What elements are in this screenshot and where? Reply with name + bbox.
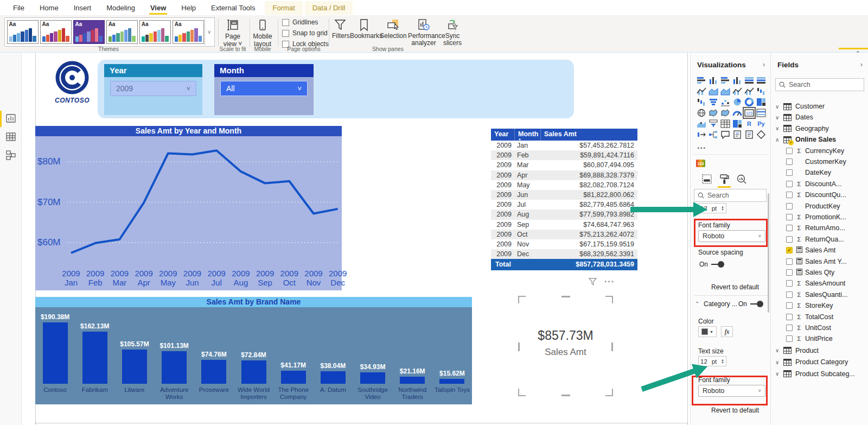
field-item-productkey[interactable]: ProductKey xyxy=(771,201,868,212)
format-pane-scrollbar[interactable] xyxy=(768,193,769,313)
chevron-up-icon[interactable]: ∧ xyxy=(775,137,783,143)
waterfall-chart-icon[interactable] xyxy=(695,97,707,107)
card-icon[interactable]: 123 xyxy=(743,107,755,118)
ribbon-chart-icon[interactable] xyxy=(755,86,767,97)
resize-handle-s[interactable] xyxy=(561,395,570,396)
map-icon[interactable] xyxy=(695,107,707,118)
treemap-icon[interactable] xyxy=(755,97,767,107)
sync-slicers-button[interactable]: Sync slicers xyxy=(441,18,464,47)
stepper-arrows-icon[interactable]: ▲▼ xyxy=(721,359,724,364)
resize-handle-se[interactable] xyxy=(605,389,613,396)
filter-funnel-icon[interactable] xyxy=(589,278,597,286)
field-item-datekey[interactable]: DateKey xyxy=(771,167,868,178)
matrix-icon[interactable] xyxy=(731,118,743,129)
field-item-currencykey[interactable]: ΣCurrencyKey xyxy=(771,145,868,156)
scatter-chart-icon[interactable] xyxy=(719,97,731,107)
mobile-layout-button[interactable]: Mobile layout xyxy=(251,18,274,48)
chevron-down-icon[interactable]: ∨ xyxy=(775,371,783,377)
line-stacked-column-chart-icon[interactable] xyxy=(731,86,743,97)
collapse-visualizations-pane-icon[interactable]: › xyxy=(763,61,765,68)
field-checkbox[interactable] xyxy=(786,258,793,265)
field-checkbox[interactable] xyxy=(786,335,793,342)
clustered-bar-chart-icon[interactable] xyxy=(719,75,731,86)
bar-southridge-video[interactable] xyxy=(360,372,385,384)
theme-thumbnail-3[interactable]: Aa xyxy=(73,20,105,44)
source-spacing-toggle[interactable]: On xyxy=(699,261,723,268)
font-size-stepper[interactable]: 12 pt ▲▼ xyxy=(698,203,726,213)
python-script-icon[interactable]: Py xyxy=(755,118,767,129)
shape-map-icon[interactable] xyxy=(719,107,731,118)
field-item-storekey[interactable]: ΣStoreKey xyxy=(771,300,868,311)
selection-button[interactable]: Selection xyxy=(380,18,407,40)
table-column-header-sales-amt[interactable]: Sales Amt xyxy=(541,129,637,141)
ribbon-tab-modeling[interactable]: Modeling xyxy=(99,1,143,15)
bar-chart-visual[interactable]: Sales Amt by Brand Name $190.38MContoso$… xyxy=(35,297,472,404)
stepper-arrows-icon[interactable]: ▲▼ xyxy=(721,206,724,211)
field-checkbox[interactable] xyxy=(786,225,793,231)
collapse-fields-pane-icon[interactable]: › xyxy=(860,61,863,68)
chevron-down-icon[interactable]: ∨ xyxy=(775,104,783,110)
month-slicer-dropdown[interactable]: All˅ xyxy=(220,81,308,96)
report-view-icon[interactable] xyxy=(5,113,17,125)
theme-thumbnail-6[interactable]: Aa xyxy=(173,20,204,44)
checkbox-snap-to-grid[interactable]: Snap to grid xyxy=(282,29,328,37)
field-checkbox[interactable] xyxy=(786,203,793,210)
stacked-column-100-chart-icon[interactable] xyxy=(755,75,767,86)
pie-chart-icon[interactable] xyxy=(731,97,743,107)
field-item-sales-amt-y-[interactable]: Sales Amt Y... xyxy=(771,256,868,267)
field-checkbox[interactable] xyxy=(786,302,793,309)
line-chart-visual[interactable]: Sales Amt by Year and Month $60M$70M$80M… xyxy=(35,126,342,290)
ribbon-tab-format[interactable]: Format xyxy=(265,1,302,15)
field-checkbox[interactable] xyxy=(786,148,793,154)
checkbox-box[interactable] xyxy=(282,19,289,26)
field-checkbox[interactable] xyxy=(786,236,793,243)
multi-row-card-icon[interactable] xyxy=(755,107,767,118)
field-checkbox-checked[interactable] xyxy=(786,247,793,253)
font-family-dropdown[interactable]: Roboto ˅ xyxy=(698,230,765,242)
field-item-totalcost[interactable]: ΣTotalCost xyxy=(771,312,868,322)
ellipsis-icon[interactable]: ··· xyxy=(604,277,615,287)
field-checkbox[interactable] xyxy=(786,325,793,331)
color-picker-dropdown[interactable]: ▼ xyxy=(698,326,717,337)
card-visual-selected[interactable]: $857.73M Sales Amt xyxy=(518,296,613,396)
format-search-box[interactable]: Search xyxy=(694,189,767,202)
field-item-salesamount[interactable]: ΣSalesAmount xyxy=(771,278,868,289)
field-item-returnqua-[interactable]: ΣReturnQua... xyxy=(771,234,868,245)
filled-map-icon[interactable] xyxy=(707,107,719,118)
resize-handle-sw[interactable] xyxy=(518,389,526,396)
bar-proseware[interactable] xyxy=(201,360,226,384)
theme-thumbnail-5[interactable]: Aa xyxy=(139,20,171,44)
line-chart-icon[interactable] xyxy=(695,86,707,97)
ribbon-tab-home[interactable]: Home xyxy=(32,1,66,15)
field-item-discounta-[interactable]: ΣDiscountA... xyxy=(771,179,868,189)
paginated-report-icon[interactable] xyxy=(743,129,755,140)
stacked-column-chart-icon[interactable] xyxy=(707,75,719,86)
smart-narrative-icon[interactable] xyxy=(731,129,743,140)
fields-table-geography[interactable]: ∨Geography xyxy=(771,123,868,134)
theme-thumbnail-4[interactable]: Aa xyxy=(106,20,138,44)
arcgis-map-icon[interactable] xyxy=(755,129,767,140)
theme-thumbnail-1[interactable]: Aa xyxy=(7,20,39,44)
bar-adventure-works[interactable] xyxy=(162,351,187,384)
format-tab[interactable] xyxy=(718,174,731,186)
bar-the-phone-company[interactable] xyxy=(281,371,306,384)
checkbox-gridlines[interactable]: Gridlines xyxy=(282,18,318,26)
ribbon-tab-data-drill[interactable]: Data / Drill xyxy=(305,1,353,15)
clustered-column-chart-icon[interactable] xyxy=(731,75,743,86)
field-item-returnamo-[interactable]: ΣReturnAmo... xyxy=(771,223,868,233)
fields-table-dates[interactable]: ∨Dates xyxy=(771,112,868,123)
font-family-dropdown-2[interactable]: Roboto ˅ xyxy=(698,385,765,397)
field-checkbox[interactable] xyxy=(786,192,793,198)
gauge-icon[interactable] xyxy=(731,107,743,118)
field-item-sales-qty[interactable]: Sales Qty xyxy=(771,267,868,278)
theme-thumbnail-2[interactable]: Aa xyxy=(40,20,72,44)
performance-analyzer-button[interactable]: Performance analyzer xyxy=(408,18,439,47)
ribbon-tab-insert[interactable]: Insert xyxy=(66,1,99,15)
field-item-salesquanti-[interactable]: ΣSalesQuanti... xyxy=(771,289,868,300)
funnel-chart-icon[interactable] xyxy=(707,97,719,107)
themes-gallery-more-button[interactable]: ˅ xyxy=(205,18,213,46)
line-clustered-column-chart-icon[interactable] xyxy=(743,86,755,97)
bookmarks-button[interactable]: Bookmarks xyxy=(350,18,378,40)
power-apps-icon[interactable] xyxy=(695,129,707,140)
field-checkbox[interactable] xyxy=(786,158,793,165)
